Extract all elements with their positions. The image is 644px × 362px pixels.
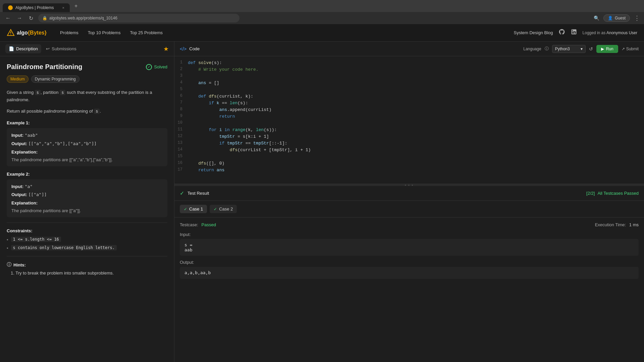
example-2-box: Input: "a" Output: [["a"]] Explanation: … (7, 179, 167, 217)
tab-bar: AlgoBytes | Problems × + (0, 0, 644, 12)
case-2-check-icon: ✓ (214, 207, 217, 212)
nav-top10[interactable]: Top 10 Problems (88, 30, 121, 35)
example-2-explanation: The palindrome partitions are [["a"]]. (11, 208, 163, 213)
case-tabs: ✓ Case 1 ✓ Case 2 (174, 201, 644, 218)
description-icon: 📄 (9, 46, 14, 51)
address-bar[interactable]: 🔒 algobytes.web.app/problems/q_10146 (38, 14, 239, 22)
lang-section: Language ⓘ Python3 ▾ ↺ ▶ Run ↗ Submit (523, 45, 639, 53)
header-right: System Design Blog Logged in as Anonymou… (514, 28, 637, 37)
linkedin-icon[interactable] (571, 28, 577, 37)
language-info-icon[interactable]: ⓘ (545, 46, 549, 52)
tab-close-btn[interactable]: × (62, 6, 64, 10)
example-1: Example 1: Input: "aab" Output: [["a","a… (7, 120, 167, 166)
tab-description-label: Description (16, 46, 38, 51)
hints-section: ⓘ Hints: 1. Try to break the problem int… (7, 262, 167, 276)
tab-description[interactable]: 📄 Description (5, 44, 41, 53)
divider (7, 223, 167, 223)
hint-1: 1. Try to break the problem into smaller… (7, 270, 167, 276)
svg-point-2 (10, 34, 11, 35)
star-btn[interactable]: ★ (163, 45, 169, 53)
output-label: Output: (180, 260, 639, 265)
testcase-status-row: Testcase: Passed Execution Time: 1 ms (180, 222, 639, 227)
solved-text: Solved (154, 64, 167, 69)
code-title: </> Code (180, 46, 200, 52)
logo-icon (7, 29, 15, 37)
code-line-8: 8 ans.append(currList) (174, 107, 644, 113)
code-line-2: 2 # Write your code here. (174, 66, 644, 73)
example-2-explanation-label: Explanation: (11, 200, 163, 207)
browser-actions: 🔍 👤 Guest ⋮ (594, 14, 640, 22)
left-panel: 📄 Description ↩ Submissions ★ Palindrome… (0, 42, 174, 362)
guest-icon: 👤 (608, 16, 613, 20)
code-editor[interactable]: 1def solve(s): 2 # Write your code here.… (174, 56, 644, 184)
github-icon[interactable] (558, 28, 565, 37)
example-2: Example 2: Input: "a" Output: [["a"]] Ex… (7, 172, 167, 217)
result-title: Test Result (187, 191, 209, 196)
main-nav: Problems Top 10 Problems Top 25 Problems (60, 30, 163, 35)
nav-problems[interactable]: Problems (60, 30, 78, 35)
code-line-16: 16 dfs([], 0) (174, 160, 644, 167)
example-1-box: Input: "aab" Output: [["a","a","b"],["aa… (7, 128, 167, 166)
hints-header[interactable]: ⓘ Hints: (7, 262, 167, 268)
divider-2 (7, 256, 167, 256)
code-line-4: 4 ans = [] (174, 80, 644, 86)
code-bracket-icon: </> (180, 46, 186, 52)
nav-top25[interactable]: Top 25 Problems (130, 30, 163, 35)
forward-btn[interactable]: → (15, 15, 23, 21)
case-tab-1[interactable]: ✓ Case 1 (180, 205, 207, 213)
language-select[interactable]: Python3 ▾ (552, 45, 586, 53)
all-passed-text: All Testcases Passed (597, 191, 639, 196)
input-var: s = (184, 242, 634, 247)
output-box: a,a,b,aa,b (180, 267, 639, 279)
constraint-2-text: s contains only lowercase English letter… (11, 245, 117, 250)
main-layout: 📄 Description ↩ Submissions ★ Palindrome… (0, 42, 644, 362)
zoom-btn[interactable]: 🔍 (594, 15, 599, 21)
category-tag[interactable]: Dynamic Programming (31, 75, 79, 83)
refresh-btn[interactable]: ↻ (27, 15, 35, 21)
guest-btn[interactable]: 👤 Guest (603, 14, 630, 22)
code-line-13: 13 if tmpStr == tmpStr[::-1]: (174, 140, 644, 147)
panel-tabs: 📄 Description ↩ Submissions ★ (0, 42, 174, 56)
tags: Medium Dynamic Programming (7, 75, 167, 83)
constraint-1: • 1 <= s.length <= 16 (7, 237, 167, 242)
example-1-input: Input: "aab" (11, 132, 163, 139)
case-tab-2[interactable]: ✓ Case 2 (210, 205, 237, 213)
tab-submissions-label: Submissions (52, 46, 76, 51)
submit-icon: ↗ (622, 47, 625, 51)
constraint-1-text: 1 <= s.length <= 16 (11, 237, 61, 242)
code-area: </> Code Language ⓘ Python3 ▾ ↺ ▶ Run (174, 42, 644, 184)
language-value: Python3 (555, 47, 570, 51)
code-line-6: 6 def dfs(currList, k): (174, 93, 644, 100)
tab-favicon (8, 5, 13, 10)
bottom-panel: ✓ Test Result [2/2] All Testcases Passed… (174, 186, 644, 362)
case-2-label: Case 2 (219, 206, 233, 212)
input-val: aab (184, 247, 634, 252)
case-1-label: Case 1 (189, 206, 203, 212)
tab-submissions[interactable]: ↩ Submissions (43, 44, 80, 53)
solved-check-icon: ✓ (146, 64, 152, 70)
code-toolbar: </> Code Language ⓘ Python3 ▾ ↺ ▶ Run (174, 42, 644, 56)
difficulty-tag[interactable]: Medium (7, 75, 29, 83)
example-1-explanation: The palindrome partitions are [["a","a",… (11, 157, 163, 162)
system-design-link[interactable]: System Design Blog (514, 30, 553, 35)
code-line-12: 12 tmpStr = s[k:i + 1] (174, 133, 644, 140)
code-line-14: 14 dfs(currList + [tmpStr], i + 1) (174, 147, 644, 154)
back-btn[interactable]: ← (4, 15, 12, 21)
submit-button[interactable]: ↗ Submit (622, 47, 639, 51)
refresh-code-btn[interactable]: ↺ (589, 46, 593, 52)
code-line-15: 15 (174, 154, 644, 160)
new-tab-btn[interactable]: + (71, 1, 81, 11)
s-inline-3: s (94, 109, 100, 114)
address-text: algobytes.web.app/problems/q_10146 (49, 16, 117, 20)
more-menu-btn[interactable]: ⋮ (634, 14, 640, 22)
active-tab[interactable]: AlgoBytes | Problems × (3, 3, 70, 12)
code-line-1: 1def solve(s): (174, 60, 644, 66)
tab-title: AlgoBytes | Problems (15, 5, 54, 10)
testcase-label: Testcase: (180, 222, 198, 227)
language-label: Language (523, 47, 541, 51)
example-2-output: Output: [["a"]] (11, 191, 163, 198)
logo[interactable]: algo{Bytes} (7, 29, 47, 37)
example-1-explanation-label: Explanation: (11, 149, 163, 156)
run-button[interactable]: ▶ Run (596, 45, 618, 53)
problem-title-row: Palindrome Partitioning ✓ Solved (7, 63, 167, 71)
